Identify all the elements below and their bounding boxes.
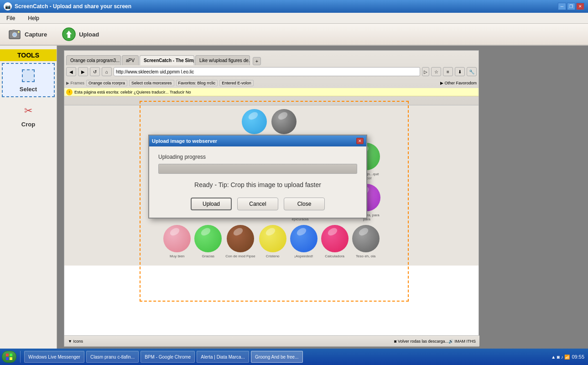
svg-rect-3: [12, 30, 15, 31]
bookmarks-label: ▶ Frames: [66, 81, 84, 85]
upload-button[interactable]: Upload: [58, 25, 103, 43]
browser-tabs: Orange cola program3... aPV ScreenCatch …: [64, 51, 479, 65]
close-button[interactable]: ✕: [576, 3, 584, 10]
progress-bar-fill: [159, 164, 357, 173]
content-area: Orange cola program3... aPV ScreenCatch …: [57, 46, 588, 365]
back-button[interactable]: ◀: [66, 67, 76, 76]
select-icon: [20, 68, 36, 84]
btn-3-4-label: ¡Aspeeded!: [294, 254, 313, 258]
taskbar-item-1-label: Windows Live Messenger: [28, 355, 80, 360]
menu-file[interactable]: File: [4, 14, 18, 22]
window-controls: ─ ❐ ✕: [558, 3, 584, 10]
browser-chrome: Orange cola program3... aPV ScreenCatch …: [64, 51, 479, 105]
btn-3-0-circle: [163, 225, 191, 252]
crop-label: Crop: [21, 121, 35, 128]
start-button[interactable]: [2, 351, 16, 363]
svg-rect-9: [6, 357, 9, 360]
menu-button[interactable]: ≡: [443, 67, 453, 76]
bookmark-3[interactable]: Favoritos: Blog rrclic: [176, 80, 218, 86]
dialog-close-button[interactable]: ✕: [356, 138, 364, 144]
btn-3-6: Teso eh, ola: [352, 225, 380, 258]
menu-bar: File Help: [0, 13, 588, 24]
reload-button[interactable]: ↺: [90, 67, 100, 76]
browser-nav: ◀ ▶ ↺ ⌂ ▷ ☆ ≡ ⬇ 🔧: [64, 65, 479, 78]
dialog-cancel-button[interactable]: Cancel: [237, 198, 278, 210]
taskbar-item-1[interactable]: Windows Live Messenger: [24, 351, 84, 363]
dialog-body: Uploading progress Ready - Tip: Crop thi…: [149, 146, 366, 218]
svg-point-4: [18, 31, 20, 33]
btn-3-2: Con de mod Fipse: [225, 225, 255, 258]
upload-label: Upload: [79, 31, 99, 38]
progress-label: Uploading progress: [158, 154, 357, 160]
dialog-upload-button[interactable]: Upload: [191, 198, 232, 210]
top-btn-2-circle: [271, 109, 297, 134]
btn-3-3-circle: [259, 225, 286, 252]
select-tool[interactable]: Select: [2, 63, 55, 97]
info-icon: !: [66, 89, 73, 95]
forward-button[interactable]: ▶: [78, 67, 88, 76]
restore-button[interactable]: ❐: [567, 3, 575, 10]
minimize-button[interactable]: ─: [558, 3, 566, 10]
taskbar-item-3[interactable]: BPM - Google Chrome: [140, 351, 195, 363]
taskbar-right: ▲ ◙ ♪ 📶 09:55: [551, 354, 586, 360]
system-tray: ▲ ◙ ♪ 📶: [551, 355, 570, 360]
download-button[interactable]: ⬇: [455, 67, 465, 76]
menu-help[interactable]: Help: [25, 14, 42, 22]
star-button[interactable]: ☆: [431, 67, 441, 76]
tip-text: Ready - Tip: Crop this image to upload f…: [158, 181, 357, 188]
browser-tab-1[interactable]: Orange cola program3...: [66, 55, 121, 65]
browser-tab-4[interactable]: Like w/upload figures de...: [195, 55, 250, 65]
taskbar: Windows Live Messenger Clasm pranu c-tla…: [0, 349, 588, 365]
capture-label: Capture: [25, 31, 47, 38]
info-text: Esta página está escrita: celebir ¿Quier…: [74, 90, 191, 94]
dialog-buttons: Upload Cancel Close: [158, 198, 357, 210]
taskbar-item-4[interactable]: Alerta | Diata Marca...: [197, 351, 249, 363]
btn-3-3-label: Cristeno: [266, 254, 280, 258]
toolbar: Capture Upload: [0, 24, 588, 46]
btn-3-3: Cristeno: [259, 225, 286, 258]
progress-bar: [158, 164, 357, 174]
btn-3-4: ¡Aspeeded!: [290, 225, 317, 258]
svg-rect-10: [10, 357, 12, 360]
title-bar-left: 📷 ScreenCatch - Upload and share your sc…: [4, 2, 131, 10]
bookmark-4[interactable]: Entered E-volon: [219, 80, 254, 86]
browser-info-bar: ! Esta página está escrita: celebir ¿Qui…: [64, 88, 479, 96]
btn-3-6-circle: [352, 225, 380, 252]
windows-icon: [6, 354, 12, 360]
btn-3-1-label: Gracias: [202, 254, 215, 258]
btn-3-1-circle: [194, 225, 222, 252]
taskbar-item-3-label: BPM - Google Chrome: [145, 355, 191, 360]
capture-button[interactable]: Capture: [4, 25, 51, 43]
tools-menu-button[interactable]: 🔧: [467, 67, 477, 76]
taskbar-item-2-label: Clasm pranu c-tlafin...: [90, 355, 135, 360]
capture-icon: [7, 27, 22, 42]
new-tab-button[interactable]: +: [253, 57, 261, 65]
browser-tab-2[interactable]: aPV: [122, 55, 139, 65]
taskbar-item-2[interactable]: Clasm pranu c-tlafin...: [86, 351, 139, 363]
sidebar: TOOLS Select ✂ Crop: [0, 46, 57, 365]
title-bar: 📷 ScreenCatch - Upload and share your sc…: [0, 0, 588, 13]
buttons-row-3: Muy bien Gracias Con de mod Fipse Criste…: [163, 225, 379, 258]
go-button[interactable]: ▷: [422, 67, 429, 76]
svg-rect-8: [10, 354, 12, 356]
svg-rect-7: [6, 354, 9, 356]
btn-3-4-circle: [290, 225, 317, 252]
taskbar-item-4-label: Alerta | Diata Marca...: [201, 355, 245, 360]
taskbar-item-5[interactable]: Groong And be free...: [251, 351, 303, 363]
crop-tool[interactable]: ✂ Crop: [2, 98, 55, 132]
browser-bookmarks: ▶ Frames Orange cola rcorpra Select cola…: [64, 78, 479, 88]
dialog-close-button-2[interactable]: Close: [284, 198, 325, 210]
bookmark-1[interactable]: Orange cola rcorpra: [86, 80, 127, 86]
taskbar-divider: [20, 351, 21, 363]
btn-3-0-label: Muy bien: [170, 254, 184, 258]
home-button[interactable]: ⌂: [102, 67, 112, 76]
upload-icon: [62, 27, 76, 42]
btn-3-5: Calculadora: [321, 225, 349, 258]
btn-3-5-circle: [321, 225, 349, 252]
browser-tab-3[interactable]: ScreenCatch - The Simpl...: [140, 55, 194, 65]
svg-point-2: [13, 33, 16, 36]
bookmark-2[interactable]: Select cola morcesres: [129, 80, 174, 86]
dialog-titlebar: Upload image to webserver ✕: [149, 136, 366, 146]
address-bar[interactable]: [114, 67, 420, 76]
btn-3-6-label: Teso eh, ola: [356, 254, 375, 258]
